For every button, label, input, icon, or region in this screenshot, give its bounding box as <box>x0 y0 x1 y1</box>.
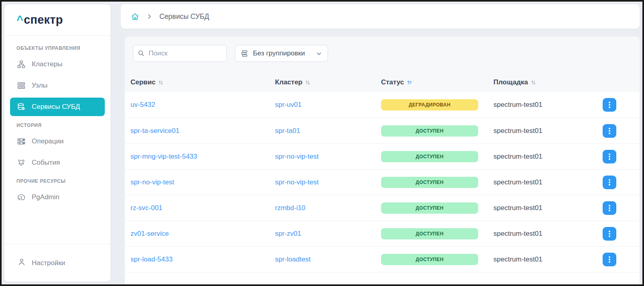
kebab-dots-icon <box>609 207 610 209</box>
row-actions-button[interactable] <box>603 124 616 138</box>
site-value: spectrum-test01 <box>493 127 603 135</box>
chevron-right-icon <box>146 13 153 20</box>
home-icon[interactable] <box>131 12 139 21</box>
service-link[interactable]: rz-svc-001 <box>130 204 162 212</box>
sidebar-item-clusters[interactable]: Кластеры <box>10 55 105 74</box>
service-link[interactable]: spr-mng-vip-test-5433 <box>130 153 197 160</box>
site-value: spectrum-test01 <box>493 101 603 109</box>
column-header-site[interactable]: Площадка <box>493 78 603 86</box>
cluster-link[interactable]: spr-uv01 <box>275 101 302 108</box>
kebab-dots-icon <box>609 259 610 260</box>
table-body: uv-5432 spr-uv01 ДЕГРАДИРОВАН spectrum-t… <box>125 92 640 272</box>
row-actions-button[interactable] <box>603 150 616 163</box>
sidebar-item-settings[interactable]: Настройки <box>4 244 110 282</box>
column-header-cluster[interactable]: Кластер <box>275 78 381 86</box>
column-header-status[interactable]: Статус <box>381 78 493 86</box>
sidebar-item-events[interactable]: События <box>10 153 105 172</box>
sidebar-item-db-services[interactable]: Сервисы СУБД <box>10 98 105 116</box>
site-value: spectrum-test01 <box>493 230 603 238</box>
table-row: spr-load-5433 spr-loadtest ДОСТУПЕН spec… <box>125 246 640 272</box>
person-icon <box>17 257 26 268</box>
status-badge: ДОСТУПЕН <box>381 254 478 265</box>
sidebar-item-operations[interactable]: Операции <box>10 132 105 151</box>
app-window: ^спектр ОБЪЕКТЫ УПРАВЛЕНИЯ Кластеры <box>0 0 644 286</box>
sidebar-nav: ОБЪЕКТЫ УПРАВЛЕНИЯ Кластеры <box>4 36 110 244</box>
grouping-icon <box>240 49 249 57</box>
table-row: zv01-service spr-zv01 ДОСТУПЕН spectrum-… <box>125 221 640 246</box>
breadcrumb: Сервисы СУБД <box>120 4 640 29</box>
column-label: Кластер <box>275 78 302 86</box>
sort-icon <box>531 80 536 85</box>
status-badge: ДОСТУПЕН <box>381 151 478 162</box>
table-row: spr-no-vip-test spr-no-vip-test ДОСТУПЕН… <box>125 169 640 195</box>
cluster-link[interactable]: spr-loadtest <box>275 255 311 263</box>
status-badge: ДОСТУПЕН <box>381 125 478 137</box>
table-row: rz-svc-001 rzmbd-i10 ДОСТУПЕН spectrum-t… <box>125 195 640 221</box>
section-label-history: ИСТОРИЯ <box>16 123 104 128</box>
breadcrumb-page-title: Сервисы СУБД <box>159 12 209 21</box>
cluster-icon <box>16 59 26 69</box>
group-by-select[interactable]: Без группировки <box>235 45 328 62</box>
search-icon <box>137 49 145 59</box>
kebab-dots-icon <box>609 130 610 132</box>
sidebar-item-pgadmin[interactable]: PgAdmin <box>10 188 105 206</box>
sidebar-item-label: Кластеры <box>32 60 63 68</box>
column-label: Статус <box>381 78 404 86</box>
service-link[interactable]: spr-load-5433 <box>130 255 173 263</box>
cluster-link[interactable]: spr-no-vip-test <box>275 178 319 186</box>
bell-icon <box>16 158 26 168</box>
column-label: Сервис <box>130 78 155 86</box>
table-row-partial <box>125 272 640 284</box>
sidebar-item-label: PgAdmin <box>32 193 59 201</box>
column-header-service[interactable]: Сервис <box>130 78 275 86</box>
cluster-link[interactable]: spr-no-vip-test <box>275 153 319 160</box>
site-value: spectrum-test01 <box>493 204 603 212</box>
toolbar: Без группировки <box>125 37 640 73</box>
service-link[interactable]: uv-5432 <box>130 101 155 108</box>
operations-icon <box>16 137 26 146</box>
section-label-objects: ОБЪЕКТЫ УПРАВЛЕНИЯ <box>16 45 104 51</box>
table-row: spr-ta-service01 spr-ta01 ДОСТУПЕН spect… <box>125 118 640 143</box>
cluster-link[interactable]: spr-ta01 <box>275 127 300 135</box>
nodes-icon <box>16 81 26 90</box>
status-badge: ДОСТУПЕН <box>381 202 478 214</box>
row-actions-button[interactable] <box>603 201 616 215</box>
row-actions-button[interactable] <box>603 227 616 241</box>
column-label: Площадка <box>493 78 528 86</box>
kebab-dots-icon <box>609 182 610 183</box>
logo: ^спектр <box>4 4 110 36</box>
cluster-link[interactable]: rzmbd-i10 <box>275 204 306 212</box>
chevron-down-icon <box>316 50 322 57</box>
main-content: Без группировки Сервис Кластер <box>124 36 640 284</box>
status-badge: ДОСТУПЕН <box>381 177 478 188</box>
sidebar-item-nodes[interactable]: Узлы <box>10 76 105 95</box>
table-row: spr-mng-vip-test-5433 spr-no-vip-test ДО… <box>125 143 640 169</box>
service-link[interactable]: zv01-service <box>130 230 169 237</box>
group-by-value: Без группировки <box>253 49 305 57</box>
row-actions-button[interactable] <box>603 253 616 266</box>
sort-icon <box>305 80 310 85</box>
database-service-icon <box>16 102 26 112</box>
sidebar-item-label: Сервисы СУБД <box>32 103 80 111</box>
service-link[interactable]: spr-no-vip-test <box>130 178 174 186</box>
sort-icon <box>158 80 163 85</box>
section-label-other-resources: ПРОЧИЕ РЕСУРСЫ <box>16 178 104 184</box>
row-actions-button[interactable] <box>603 98 616 112</box>
table-header: Сервис Кластер Статус <box>125 73 640 92</box>
service-link[interactable]: spr-ta-service01 <box>130 127 179 135</box>
site-value: spectrum-test01 <box>493 153 603 161</box>
site-value: spectrum-test01 <box>493 178 603 186</box>
sort-ascending-icon <box>407 80 412 85</box>
logo-text: спектр <box>24 13 63 26</box>
status-badge: ДОСТУПЕН <box>381 228 478 239</box>
pgadmin-elephant-icon <box>16 192 26 202</box>
kebab-dots-icon <box>609 104 610 106</box>
sidebar-item-label: События <box>32 159 60 167</box>
kebab-dots-icon <box>609 233 610 235</box>
search-input[interactable] <box>133 45 227 62</box>
sidebar-item-label: Узлы <box>32 82 48 90</box>
row-actions-button[interactable] <box>603 176 616 189</box>
kebab-dots-icon <box>609 156 610 157</box>
sidebar: ^спектр ОБЪЕКТЫ УПРАВЛЕНИЯ Кластеры <box>4 4 111 282</box>
cluster-link[interactable]: spr-zv01 <box>275 230 301 237</box>
